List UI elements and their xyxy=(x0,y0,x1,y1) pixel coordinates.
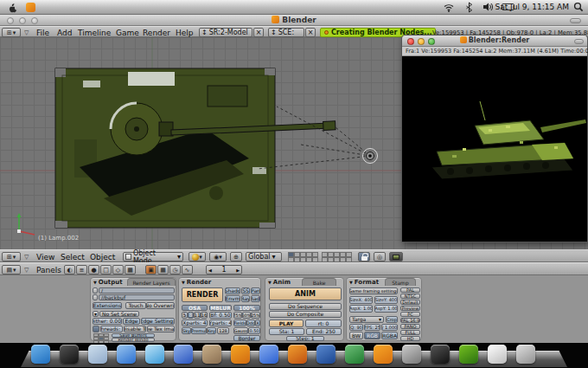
bits-select[interactable]: 128 xyxy=(217,327,229,334)
scene-selector-close-icon[interactable]: × xyxy=(305,28,316,37)
menu-help[interactable]: Help xyxy=(176,29,194,37)
osa-16-toggle[interactable]: 16 xyxy=(201,312,208,319)
dock-icon-safari[interactable] xyxy=(117,345,136,364)
osa-5-toggle[interactable]: 5 xyxy=(182,312,188,319)
render-button[interactable]: RENDER xyxy=(182,287,223,302)
volume-icon[interactable] xyxy=(483,2,494,12)
x-toggle[interactable]: X xyxy=(255,320,260,326)
lock-layers-button[interactable] xyxy=(358,252,370,261)
dock-icon-finder[interactable] xyxy=(31,345,50,364)
osa-11-toggle[interactable]: 11 xyxy=(194,312,201,319)
size-25-button[interactable]: 25% xyxy=(251,312,260,319)
menubar-clock[interactable]: Sat Jul 9, 11:15 AM xyxy=(495,3,569,11)
mode-select[interactable]: Object Mode▾ xyxy=(123,252,183,261)
size-100-header[interactable]: 100% xyxy=(233,305,260,311)
game-framing-button[interactable]: Game framing settings xyxy=(349,287,398,294)
mblur-header[interactable]: MBLUR xyxy=(209,305,232,311)
preset-pal-button[interactable]: PAL xyxy=(400,287,420,293)
screen-selector[interactable]: ↕SR:2-Model xyxy=(199,28,252,37)
wifi-icon[interactable] xyxy=(443,3,455,12)
script-context-button[interactable]: ≡ xyxy=(76,265,87,274)
bluetooth-icon[interactable] xyxy=(465,2,473,13)
xparts-value[interactable]: Xparts: 4 xyxy=(182,320,208,326)
file-icon[interactable] xyxy=(93,294,98,300)
threads-icon[interactable] xyxy=(93,326,99,332)
menubar-app-icon[interactable] xyxy=(26,3,35,12)
border-toggle[interactable]: Border xyxy=(233,335,260,341)
fps-value[interactable]: FPS: 25 xyxy=(364,324,380,331)
preset-full-button[interactable]: FULL xyxy=(400,330,420,335)
dock-icon-excel[interactable] xyxy=(345,345,364,364)
scene-selector[interactable]: ↕SCE: xyxy=(268,28,304,37)
step-value[interactable]: Step: 1 xyxy=(286,336,324,341)
anim-panel-header[interactable]: ▼Anim xyxy=(268,279,291,286)
preset-ntsc-button[interactable]: NTSC xyxy=(400,294,420,299)
manipulator-toggle[interactable]: ⊕ xyxy=(230,252,242,261)
odd-toggle[interactable]: Odd xyxy=(246,320,255,326)
fps-base-value[interactable]: / 1.000 xyxy=(381,324,398,331)
render-subcontext-button[interactable]: ▣ xyxy=(145,265,157,274)
object-context-button[interactable]: □ xyxy=(100,265,112,274)
sss-toggle[interactable]: SS xyxy=(241,287,250,294)
dock-icon-trash[interactable] xyxy=(516,345,535,364)
do-sequence-toggle[interactable]: Do Sequence xyxy=(269,303,342,310)
editor-type-button[interactable]: ⊞▾ xyxy=(2,28,21,37)
anim-button[interactable]: ANIM xyxy=(269,287,342,300)
osa-header[interactable]: OSA xyxy=(182,305,208,311)
orientation-select[interactable]: Global▾ xyxy=(246,252,282,261)
object-center-button[interactable]: ◎ xyxy=(374,252,386,261)
editor-type-button[interactable]: ⊞▾ xyxy=(2,252,21,261)
sky-toggle[interactable]: Sky xyxy=(182,327,191,334)
mblur-factor[interactable]: Bf: 0.50 xyxy=(209,312,232,319)
pivot-point-button[interactable]: ◉▾ xyxy=(209,252,227,261)
dock-icon-textedit[interactable] xyxy=(488,345,507,364)
anim-subcontext-button[interactable]: ◷ xyxy=(169,265,181,274)
toolbar-pill-button[interactable] xyxy=(570,18,581,23)
dock-icon-ichat[interactable] xyxy=(145,345,164,364)
backbuf-path-field[interactable]: //backbuf xyxy=(99,294,175,300)
size-75-button[interactable]: 75% xyxy=(233,312,242,319)
key-toggle[interactable]: Key xyxy=(207,327,216,334)
lamp-object[interactable] xyxy=(258,107,378,169)
dock-icon-terminal[interactable] xyxy=(431,345,450,364)
editing-context-button[interactable]: ◇ xyxy=(112,265,124,274)
shading-context-button[interactable]: ● xyxy=(88,265,99,274)
header-collapse-icon[interactable]: ▽ xyxy=(24,267,29,274)
screen-selector-close-icon[interactable]: × xyxy=(253,28,264,37)
menu-view[interactable]: View xyxy=(36,253,54,261)
sizey-value[interactable]: SizeY: 400 xyxy=(374,296,398,304)
ray-toggle[interactable]: Ray xyxy=(241,295,250,302)
play-button[interactable]: PLAY xyxy=(269,320,304,327)
dock-icon-word[interactable] xyxy=(316,345,336,364)
tab-stamp[interactable]: Stamp xyxy=(385,278,416,286)
header-collapse-icon[interactable]: ▽ xyxy=(24,29,29,36)
radio-toggle[interactable]: Radi xyxy=(251,295,260,302)
disable-tex-toggle[interactable]: Disable Te xyxy=(124,326,146,332)
menu-add[interactable]: Add xyxy=(57,29,72,37)
yparts-value[interactable]: Yparts: 4 xyxy=(209,320,232,326)
tab-render-layers[interactable]: Render Layers xyxy=(127,278,176,286)
shadow-toggle[interactable]: Shado xyxy=(225,287,240,294)
render-panel-header[interactable]: ▼Render xyxy=(182,279,211,286)
dock-icon-firefox[interactable] xyxy=(288,345,307,364)
step-right-icon[interactable]: ▶ xyxy=(236,268,240,273)
step-left-icon[interactable]: ◀ xyxy=(208,268,212,273)
quality-value[interactable]: Q: 90 xyxy=(349,324,363,331)
spotlight-icon[interactable] xyxy=(573,2,584,12)
edge-toggle[interactable]: Edge xyxy=(123,318,140,325)
dock-icon-nvidia[interactable] xyxy=(459,345,478,364)
dock-icon-address-book[interactable] xyxy=(202,345,221,364)
edge-settings-button[interactable]: Edge Settings xyxy=(141,318,175,325)
format-panel-header[interactable]: ▼Format xyxy=(349,279,379,286)
do-composite-toggle[interactable]: Do Composite xyxy=(269,311,342,318)
aspy-value[interactable]: AspY: 1.00 xyxy=(374,305,398,313)
file-icon[interactable] xyxy=(93,287,98,294)
sequencer-subcontext-button[interactable]: ▦ xyxy=(157,265,169,274)
preset-hd-button[interactable]: HD xyxy=(400,336,420,341)
fields-toggle[interactable]: Fields xyxy=(233,320,246,326)
extensions-toggle[interactable]: Extensions xyxy=(93,302,122,309)
menu-timeline[interactable]: Timeline xyxy=(78,29,111,37)
toolbar-pill-button[interactable] xyxy=(574,39,584,44)
apple-menu-icon[interactable] xyxy=(7,2,17,13)
preset-pc-button[interactable]: PC xyxy=(400,312,420,317)
